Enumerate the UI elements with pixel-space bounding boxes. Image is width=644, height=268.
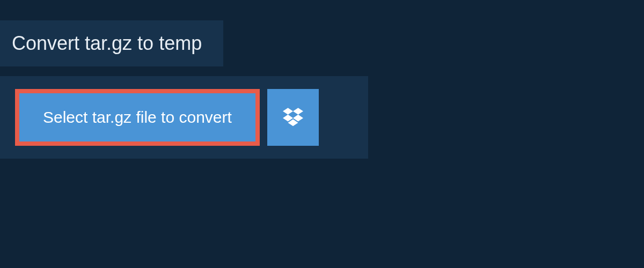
header-tab: Convert tar.gz to temp	[0, 20, 223, 66]
dropbox-icon	[283, 106, 303, 129]
upload-panel: Select tar.gz file to convert	[0, 76, 368, 159]
select-file-label: Select tar.gz file to convert	[43, 108, 232, 126]
page-title: Convert tar.gz to temp	[12, 32, 202, 55]
dropbox-button[interactable]	[267, 89, 319, 146]
select-file-button[interactable]: Select tar.gz file to convert	[15, 89, 260, 146]
